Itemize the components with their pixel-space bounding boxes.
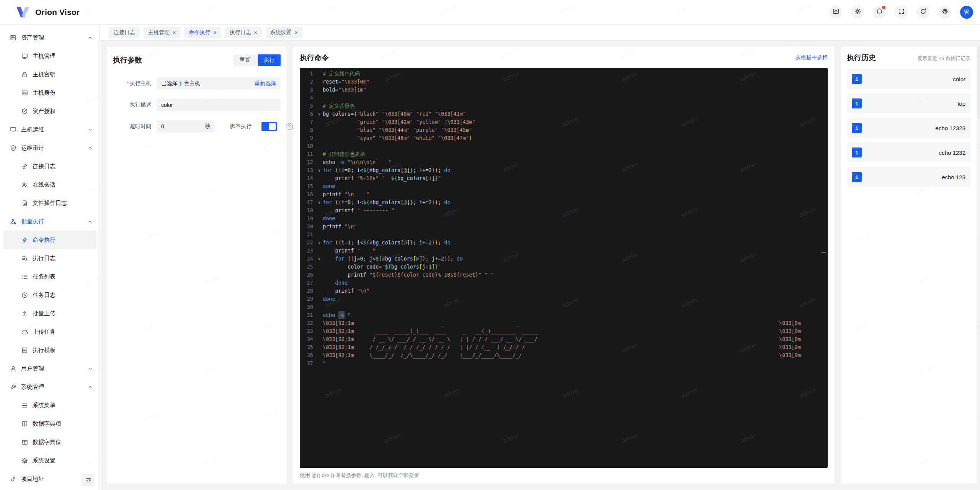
sidebar: 资产管理主机管理主机密钥主机身份资产授权主机运维运维审计连接日志在线会话文件操作… bbox=[0, 25, 100, 490]
sidebar-item[interactable]: 连接日志 bbox=[3, 157, 96, 175]
link-icon bbox=[21, 163, 28, 170]
sidebar-item[interactable]: 批量执行 bbox=[3, 212, 96, 231]
sidebar-item-label: 连接日志 bbox=[33, 163, 56, 170]
code-text bbox=[323, 231, 828, 239]
reset-button[interactable]: 重置 bbox=[234, 54, 256, 66]
sidebar-item[interactable]: 文件操作日志 bbox=[3, 194, 96, 212]
script-exec-toggle[interactable] bbox=[261, 122, 277, 131]
sidebar-item[interactable]: 系统菜单 bbox=[3, 396, 96, 415]
history-item[interactable]: 1echo 123 bbox=[847, 167, 970, 187]
history-item[interactable]: 1echo 1232 bbox=[847, 143, 970, 162]
code-editor[interactable]: 1# 定义颜色代码2reset="\033[0m"3bold="\033[1m"… bbox=[300, 68, 828, 468]
reselect-link[interactable]: 重新选择 bbox=[255, 80, 276, 87]
exec-history-title: 执行历史 bbox=[847, 53, 876, 63]
host-field[interactable]: 已选择 1 台主机 重新选择 bbox=[157, 77, 281, 90]
code-text: \033[92;1m / __ \/ ___/ / __ \/ __ \ | |… bbox=[323, 335, 828, 343]
chev-down-icon bbox=[88, 366, 93, 371]
code-text: done bbox=[323, 182, 828, 190]
bell-button[interactable] bbox=[873, 6, 886, 19]
line-number: 36 bbox=[300, 351, 316, 359]
table-icon bbox=[21, 439, 28, 446]
tab[interactable]: 命令执行× bbox=[184, 27, 221, 38]
code-line: 7 "green" "\033[42m" "yellow" "\033[43m" bbox=[300, 118, 828, 126]
select-from-template-link[interactable]: 从模板中选择 bbox=[795, 54, 828, 61]
sidebar-item[interactable]: 数据字典项 bbox=[3, 415, 96, 433]
fold-gutter bbox=[316, 223, 323, 231]
sidebar-item-label: 资产管理 bbox=[21, 34, 44, 41]
fold-chevron-icon[interactable]: ∨ bbox=[316, 166, 323, 174]
sidebar-item-label: 任务日志 bbox=[33, 292, 56, 299]
line-number: 35 bbox=[300, 343, 316, 351]
code-line: 20printf "\n" bbox=[300, 223, 828, 231]
sidebar-item[interactable]: 资产管理 bbox=[3, 28, 96, 47]
sidebar-item[interactable]: 运维审计 bbox=[3, 139, 96, 157]
sidebar-item[interactable]: 主机管理 bbox=[3, 47, 96, 65]
close-icon[interactable]: × bbox=[213, 30, 216, 35]
sidebar-item[interactable]: 主机运维 bbox=[3, 120, 96, 139]
sidebar-item[interactable]: 执行日志 bbox=[3, 249, 96, 267]
code-line: 4 bbox=[300, 94, 828, 102]
sidebar-item[interactable]: 用户管理 bbox=[3, 359, 96, 378]
sidebar-item-label: 在线会话 bbox=[33, 181, 56, 188]
history-command-text: color bbox=[862, 76, 965, 82]
code-line: 10 bbox=[300, 142, 828, 150]
sidebar-item[interactable]: 命令执行 bbox=[3, 231, 96, 249]
code-line: 22∨for ((i=1; i<${#bg_colors[@]}; i+=2))… bbox=[300, 239, 828, 247]
history-count-badge: 1 bbox=[852, 147, 862, 157]
fold-gutter bbox=[316, 247, 323, 255]
line-number: 29 bbox=[300, 295, 316, 303]
sidebar-item[interactable]: 资产授权 bbox=[3, 102, 96, 120]
tab[interactable]: 主机管理× bbox=[144, 27, 180, 38]
fold-gutter bbox=[316, 311, 323, 319]
sidebar-item[interactable]: 数据字典值 bbox=[3, 433, 96, 451]
sidebar-item-label: 执行日志 bbox=[33, 255, 56, 262]
tab[interactable]: 系统设置× bbox=[266, 27, 302, 38]
fold-chevron-icon[interactable]: ∨ bbox=[316, 255, 323, 263]
sidebar-item-label: 数据字典项 bbox=[33, 420, 61, 428]
line-number: 37 bbox=[300, 359, 316, 367]
avatar[interactable]: 管 bbox=[960, 6, 973, 19]
desc-input[interactable] bbox=[157, 99, 281, 111]
sidebar-item[interactable]: 上传任务 bbox=[3, 323, 96, 341]
sidebar-item[interactable]: 主机密钥 bbox=[3, 65, 96, 84]
code-text: for ((i=0; i<${#bg_colors[@]}; i+=2)); d… bbox=[323, 198, 828, 206]
tab[interactable]: 连接日志 bbox=[109, 27, 140, 38]
sidebar-item[interactable]: 批量上传 bbox=[3, 304, 96, 323]
history-item[interactable]: 1color bbox=[847, 69, 970, 89]
close-icon[interactable]: × bbox=[295, 30, 298, 35]
history-command-text: echo 12323 bbox=[862, 125, 965, 131]
fold-gutter bbox=[316, 303, 323, 311]
refresh-button[interactable] bbox=[916, 6, 929, 19]
line-number: 34 bbox=[300, 335, 316, 343]
code-text: echo -e " bbox=[323, 311, 828, 319]
gear-icon bbox=[21, 457, 28, 464]
code-text: \033[92;1m / /_/ / / / / /_/ / / / / | |… bbox=[323, 343, 828, 351]
sidebar-item[interactable]: 主机身份 bbox=[3, 84, 96, 102]
history-item[interactable]: 1top bbox=[847, 93, 970, 113]
brightness-button[interactable] bbox=[851, 6, 864, 19]
fullscreen-button[interactable] bbox=[895, 6, 908, 19]
fold-chevron-icon[interactable]: ∨ bbox=[316, 239, 323, 247]
code-window-button[interactable] bbox=[829, 6, 842, 19]
sidebar-item[interactable]: 系统管理 bbox=[3, 378, 96, 396]
sidebar-item[interactable]: 在线会话 bbox=[3, 175, 96, 194]
history-item[interactable]: 1echo 12323 bbox=[847, 118, 970, 138]
sidebar-item[interactable]: 执行模板 bbox=[3, 341, 96, 359]
desc-label: 执行描述 bbox=[113, 102, 151, 108]
close-icon[interactable]: × bbox=[173, 30, 176, 35]
close-icon[interactable]: × bbox=[254, 30, 257, 35]
code-text: for ((i=0; i<${#bg_colors[@]}; i+=2)); d… bbox=[323, 166, 828, 174]
page-scrollbar[interactable] bbox=[978, 46, 980, 119]
tab[interactable]: 执行日志× bbox=[225, 27, 261, 38]
sidebar-item[interactable]: 系统设置 bbox=[3, 451, 96, 470]
fold-chevron-icon[interactable]: ∨ bbox=[316, 110, 323, 118]
sidebar-collapse-button[interactable] bbox=[82, 474, 94, 486]
gear-button[interactable] bbox=[938, 6, 951, 19]
fold-chevron-icon[interactable]: ∨ bbox=[316, 198, 323, 206]
timeout-input[interactable] bbox=[157, 123, 195, 129]
run-button[interactable]: 执行 bbox=[258, 54, 281, 66]
sidebar-item[interactable]: 任务列表 bbox=[3, 267, 96, 286]
help-icon[interactable]: ? bbox=[286, 123, 293, 130]
sidebar-item[interactable]: 任务日志 bbox=[3, 286, 96, 304]
searchlist-icon bbox=[21, 255, 28, 262]
